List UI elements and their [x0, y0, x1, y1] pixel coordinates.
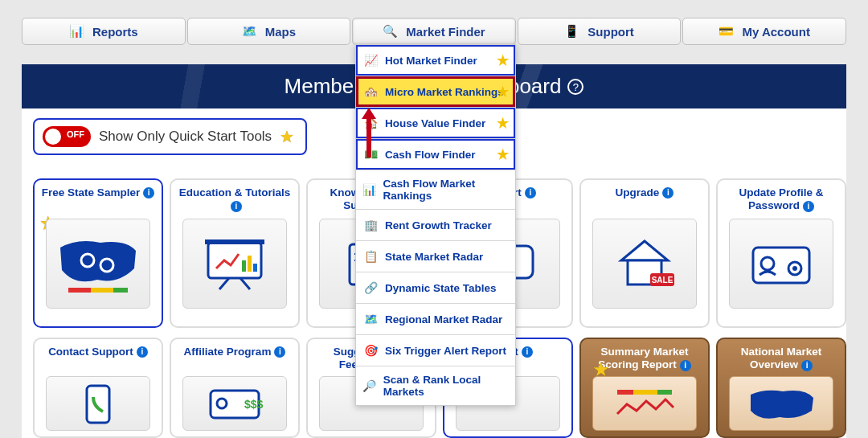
svg-rect-2	[68, 288, 91, 293]
scoring-icon	[604, 383, 685, 424]
svg-rect-8	[248, 256, 252, 272]
dropdown-label: Regional Market Radar	[385, 313, 502, 325]
svg-rect-9	[253, 264, 257, 272]
card-affiliate-program[interactable]: Affiliate Programi $$$	[170, 338, 300, 438]
regional-radar-icon: 🗺️	[362, 311, 379, 327]
dropdown-item-state-market-radar[interactable]: 📋 State Market Radar	[356, 241, 515, 272]
dropdown-item-cash-flow-finder[interactable]: 💵 Cash Flow Finder ★	[356, 139, 515, 170]
dropdown-label: Scan & Rank Local Markets	[383, 374, 509, 398]
tab-label: Reports	[92, 25, 138, 39]
svg-rect-27	[87, 386, 109, 423]
card-free-state-sampler[interactable]: ★ Free State Sampleri	[33, 178, 163, 328]
tab-reports[interactable]: Reports	[22, 18, 186, 45]
svg-text:SALE: SALE	[652, 276, 674, 284]
dropdown-label: House Value Finder	[385, 117, 485, 129]
dropdown-item-scan-rank-local[interactable]: 🔎 Scan & Rank Local Markets	[356, 366, 515, 405]
card-tile	[46, 219, 150, 309]
svg-point-26	[792, 266, 797, 271]
tab-my-account[interactable]: My Account	[682, 18, 846, 45]
svg-rect-7	[242, 260, 246, 272]
card-education-tutorials[interactable]: Education & Tutorialsi	[170, 178, 300, 328]
card-contact-support[interactable]: Contact Supporti	[33, 338, 163, 438]
card-tile: $$$	[182, 376, 287, 431]
info-icon[interactable]: i	[662, 187, 674, 199]
card-tile	[729, 219, 833, 309]
card-title: Contact Support	[48, 346, 133, 358]
tab-market-finder[interactable]: Market Finder	[352, 18, 516, 45]
us-map-small-icon	[741, 383, 821, 424]
help-icon[interactable]: ?	[567, 79, 583, 95]
svg-text:$$$: $$$	[244, 398, 264, 411]
tab-maps[interactable]: Maps	[187, 18, 351, 45]
card-title: Free State Sampler	[42, 186, 140, 199]
reports-icon	[69, 24, 84, 39]
info-icon[interactable]: i	[231, 201, 242, 212]
dropdown-item-six-trigger-alert[interactable]: 🎯 Six Trigger Alert Report	[356, 335, 515, 366]
card-title: Upgrade	[616, 186, 660, 199]
presentation-icon	[190, 231, 279, 296]
trigger-alert-icon: 🎯	[362, 342, 379, 358]
svg-line-11	[240, 278, 250, 289]
dropdown-item-dynamic-state-tables[interactable]: 🔗 Dynamic State Tables	[356, 272, 515, 304]
info-icon[interactable]: i	[803, 201, 814, 212]
dropdown-label: Dynamic State Tables	[385, 282, 497, 294]
card-tile	[729, 376, 833, 431]
card-title: Education & Tutorials	[179, 186, 291, 199]
tab-label: Maps	[265, 25, 296, 39]
svg-rect-3	[91, 288, 113, 293]
account-icon	[719, 24, 734, 39]
svg-rect-33	[657, 390, 672, 395]
card-tile	[46, 376, 150, 431]
svg-rect-6	[205, 239, 264, 244]
quickstart-toggle[interactable]: OFF	[43, 126, 91, 147]
tab-support[interactable]: Support	[518, 18, 682, 45]
phone-icon	[58, 381, 138, 426]
svg-rect-31	[617, 390, 633, 395]
card-summary-scoring-report[interactable]: ★ Summary Market Scoring Reporti	[579, 338, 710, 438]
maps-icon	[242, 24, 257, 39]
us-map-icon	[54, 231, 142, 296]
quickstart-text: Show Only Quick Start Tools	[99, 129, 272, 145]
dropdown-item-house-value-finder[interactable]: 🏠 House Value Finder ★	[356, 108, 515, 139]
info-icon[interactable]: i	[137, 346, 148, 358]
card-update-profile[interactable]: Update Profile & Passwordi	[716, 178, 846, 328]
state-radar-icon: 📋	[362, 248, 379, 264]
annotation-arrow	[363, 117, 375, 166]
star-icon: ★	[497, 84, 509, 100]
info-icon[interactable]: i	[143, 187, 154, 199]
info-icon[interactable]: i	[522, 346, 533, 358]
dropdown-item-micro-market-rankings[interactable]: 🏘️ Micro Market Rankings ★	[356, 76, 515, 108]
scan-rank-icon: 🔎	[362, 378, 377, 394]
dropdown-label: Hot Market Finder	[385, 55, 477, 67]
dropdown-item-hot-market-finder[interactable]: 📈 Hot Market Finder ★	[356, 45, 515, 76]
cash-flow-rank-icon: 📊	[362, 182, 376, 198]
dropdown-label: Micro Market Rankings	[385, 86, 504, 98]
quickstart-toggle-box: OFF Show Only Quick Start Tools ★	[33, 118, 307, 155]
market-finder-icon	[383, 24, 398, 39]
top-nav: Reports Maps Market Finder Support My Ac…	[22, 18, 846, 45]
card-title: Affiliate Program	[184, 346, 272, 358]
star-icon: ★	[497, 146, 509, 163]
star-icon: ★	[497, 52, 509, 69]
svg-line-10	[219, 278, 229, 289]
dropdown-item-rent-growth-tracker[interactable]: 🏢 Rent Growth Tracker	[356, 210, 515, 241]
info-icon[interactable]: i	[680, 360, 691, 371]
card-tile	[182, 219, 287, 309]
dropdown-item-regional-market-radar[interactable]: 🗺️ Regional Market Radar	[356, 304, 515, 335]
card-upgrade[interactable]: Upgradei SALE	[579, 178, 710, 328]
dropdown-label: Cash Flow Market Rankings	[383, 178, 509, 202]
house-sale-icon: SALE	[600, 231, 689, 296]
svg-rect-32	[633, 390, 657, 395]
card-national-overview[interactable]: National Market Overviewi	[716, 338, 846, 438]
toggle-off-label: OFF	[67, 129, 84, 139]
card-tile	[592, 376, 697, 431]
info-icon[interactable]: i	[274, 346, 285, 358]
info-icon[interactable]: i	[801, 360, 813, 371]
profile-gear-icon	[737, 231, 825, 296]
dropdown-label: State Market Radar	[385, 251, 483, 263]
dropdown-item-cash-flow-rankings[interactable]: 📊 Cash Flow Market Rankings	[356, 170, 515, 210]
svg-marker-19	[621, 241, 668, 260]
dropdown-label: Cash Flow Finder	[385, 149, 476, 161]
support-icon	[564, 24, 579, 39]
info-icon[interactable]: i	[525, 187, 536, 199]
